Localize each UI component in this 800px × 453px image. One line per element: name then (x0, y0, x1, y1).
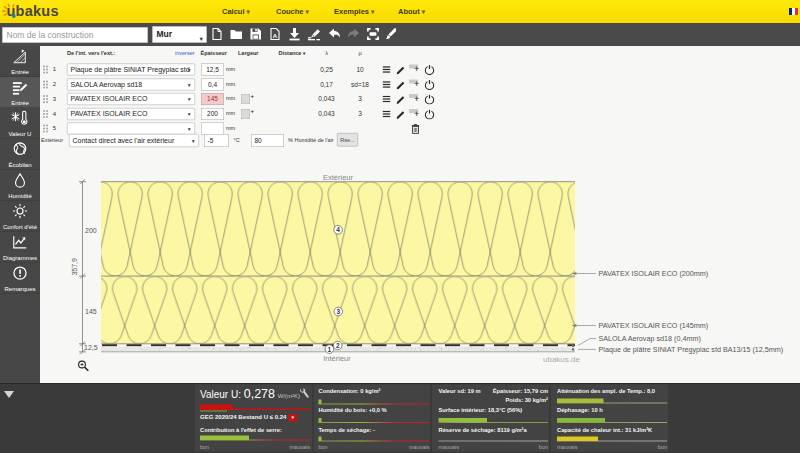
svg-text:PAVATEX ISOLAIR ECO (200mm): PAVATEX ISOLAIR ECO (200mm) (599, 269, 709, 278)
svg-text:Intérieur: Intérieur (323, 354, 351, 363)
svg-text:357,9: 357,9 (72, 258, 79, 276)
svg-text:200: 200 (85, 227, 97, 234)
svg-text:Extérieur: Extérieur (323, 173, 354, 182)
svg-text:A: A (273, 33, 278, 39)
svg-text:145: 145 (85, 308, 97, 315)
svg-text:SALOLA Aerovap sd18 (0,4mm): SALOLA Aerovap sd18 (0,4mm) (599, 334, 701, 343)
svg-text:PAVATEX ISOLAIR ECO (145mm): PAVATEX ISOLAIR ECO (145mm) (599, 321, 709, 330)
svg-text:ubakus.de: ubakus.de (543, 355, 580, 364)
svg-text:12,5: 12,5 (84, 344, 98, 351)
svg-text:Plaque de plâtre SINIAT Pregyp: Plaque de plâtre SINIAT Pregyplac std BA… (599, 345, 784, 354)
svg-text:4: 4 (336, 226, 340, 233)
svg-text:3: 3 (336, 308, 340, 315)
svg-text:2: 2 (336, 342, 340, 349)
svg-text:1: 1 (328, 346, 332, 353)
